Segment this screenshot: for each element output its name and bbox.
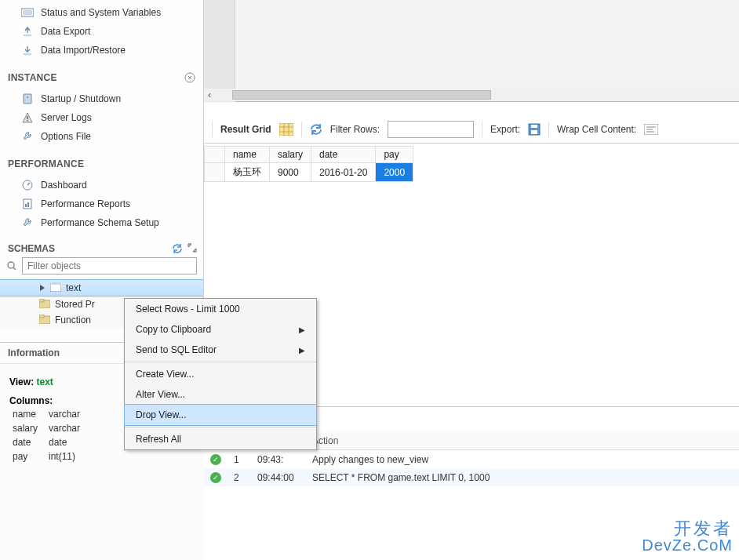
row-selector[interactable] (205, 163, 225, 182)
refresh-results-icon[interactable] (310, 123, 322, 136)
menu-label: Send to SQL Editor (136, 344, 217, 355)
svg-point-6 (27, 96, 28, 98)
nav-performance-schema-setup[interactable]: Performance Schema Setup (0, 213, 203, 232)
col-header-name[interactable]: name (225, 147, 270, 163)
wrench-icon (20, 216, 35, 229)
info-column-row: salaryvarchar (11, 422, 88, 435)
nav-performance-reports[interactable]: Performance Reports (0, 195, 203, 213)
wrap-label: Wrap Cell Content: (557, 124, 636, 135)
info-column-row: namevarchar (11, 408, 88, 420)
schemas-section-title: SCHEMAS (0, 240, 203, 257)
menu-label: Drop View... (136, 409, 186, 420)
output-header-action: Action (306, 432, 739, 450)
col-header-salary[interactable]: salary (270, 147, 311, 163)
menu-label: Copy to Clipboard (136, 324, 211, 335)
success-icon (210, 472, 221, 483)
svg-rect-17 (39, 299, 44, 302)
menu-select-rows[interactable]: Select Rows - Limit 1000 (125, 299, 316, 319)
cell-salary[interactable]: 9000 (270, 163, 311, 182)
nav-status-system-vars[interactable]: Status and System Variables (0, 3, 203, 22)
grid-data-row[interactable]: 杨玉环 9000 2016-01-20 2000 (205, 163, 413, 182)
info-view-value: text (36, 376, 53, 387)
tree-item-label: text (66, 282, 81, 293)
editor-gutter (204, 0, 235, 102)
menu-label: Refresh All (136, 434, 181, 445)
output-row[interactable]: 1 09:43: Apply changes to new_view (204, 450, 739, 469)
separator (212, 122, 213, 137)
filter-rows-input[interactable] (388, 121, 474, 138)
menu-copy-clipboard[interactable]: Copy to Clipboard▶ (125, 319, 316, 340)
view-icon (50, 282, 61, 293)
col-header-date[interactable]: date (311, 147, 376, 163)
horizontal-scrollbar[interactable]: ‹ (204, 89, 739, 101)
info-view-label: View: (9, 376, 34, 387)
cell-name[interactable]: 杨玉环 (225, 163, 270, 182)
col-type: date (47, 436, 88, 449)
scroll-left-icon[interactable]: ‹ (204, 89, 215, 100)
svg-rect-20 (279, 123, 293, 136)
tree-twisty-icon[interactable] (39, 285, 46, 291)
row-header-blank (205, 147, 225, 163)
success-icon (210, 454, 221, 465)
nav-options-file[interactable]: Options File (0, 127, 203, 146)
schema-filter-input[interactable] (22, 257, 197, 275)
report-icon (20, 198, 35, 210)
menu-divider (125, 427, 316, 427)
menu-label: Select Rows - Limit 1000 (136, 304, 240, 315)
svg-rect-5 (24, 94, 31, 104)
tree-item-text-view[interactable]: text (0, 279, 203, 296)
output-idx: 1 (228, 450, 251, 469)
svg-rect-7 (27, 116, 27, 119)
performance-section-title: PERFORMANCE (0, 154, 203, 173)
grid-header-row: name salary date pay (205, 147, 413, 163)
context-menu: Select Rows - Limit 1000 Copy to Clipboa… (124, 298, 317, 450)
grid-view-icon[interactable] (279, 123, 293, 136)
nav-data-export[interactable]: Data Export (0, 22, 203, 41)
menu-create-view[interactable]: Create View... (125, 364, 316, 384)
svg-rect-15 (50, 282, 61, 285)
svg-rect-1 (23, 10, 32, 15)
col-type: varchar (47, 408, 88, 420)
performance-section: Dashboard Performance Reports Performanc… (0, 173, 203, 240)
scroll-track[interactable] (215, 89, 739, 100)
info-column-row: datedate (11, 436, 88, 449)
export-save-icon[interactable] (528, 123, 541, 136)
nav-data-import[interactable]: Data Import/Restore (0, 41, 203, 60)
svg-point-2 (24, 35, 31, 37)
section-label: PERFORMANCE (8, 158, 84, 169)
menu-alter-view[interactable]: Alter View... (125, 384, 316, 405)
output-row[interactable]: 2 09:44:00 SELECT * FROM game.text LIMIT… (204, 468, 739, 486)
wrap-cell-icon[interactable] (644, 124, 658, 135)
separator (301, 122, 302, 137)
cell-date[interactable]: 2016-01-20 (311, 163, 376, 182)
menu-refresh-all[interactable]: Refresh All (125, 429, 316, 449)
nav-label: Startup / Shutdown (41, 93, 121, 104)
col-type: int(11) (47, 450, 88, 463)
cell-pay[interactable]: 2000 (376, 163, 413, 182)
output-action: Apply changes to new_view (306, 450, 739, 469)
expand-icon[interactable] (187, 243, 197, 254)
svg-rect-11 (25, 204, 27, 207)
export-icon (20, 25, 35, 38)
menu-drop-view[interactable]: Drop View... (124, 404, 317, 426)
output-time: 09:43: (251, 450, 306, 469)
result-toolbar: Result Grid Filter Rows: Export: Wrap Ce… (204, 116, 739, 144)
menu-label: Create View... (136, 369, 194, 380)
result-grid[interactable]: name salary date pay 杨玉环 9000 2016-01-20… (204, 146, 739, 182)
menu-send-sql-editor[interactable]: Send to SQL Editor▶ (125, 340, 316, 360)
nav-label: Performance Reports (41, 198, 130, 209)
nav-dashboard[interactable]: Dashboard (0, 176, 203, 195)
nav-startup-shutdown[interactable]: Startup / Shutdown (0, 89, 203, 108)
query-editor-area[interactable]: ‹ (204, 0, 739, 102)
menu-divider (125, 362, 316, 362)
refresh-icon[interactable] (172, 243, 183, 254)
col-header-pay[interactable]: pay (376, 147, 413, 163)
nav-server-logs[interactable]: Server Logs (0, 108, 203, 127)
filter-rows-label: Filter Rows: (330, 124, 380, 135)
scroll-thumb[interactable] (232, 90, 491, 100)
output-idx: 2 (228, 468, 251, 486)
search-icon (6, 260, 17, 271)
wrench-icon (20, 130, 35, 143)
svg-point-3 (24, 53, 31, 56)
folder-icon (39, 299, 50, 310)
